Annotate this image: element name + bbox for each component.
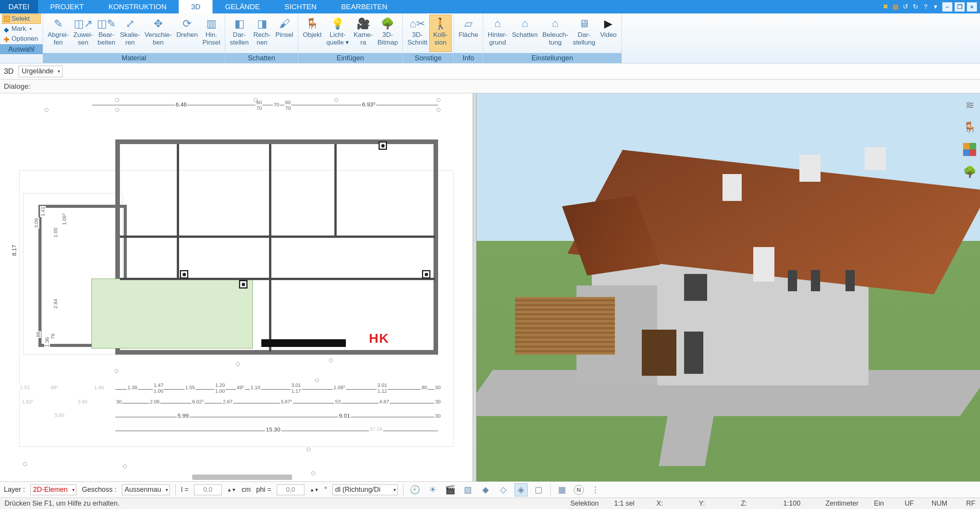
redo-icon[interactable]: ↻ [911,2,920,12]
dim-b2-2: 6.02⁵ [191,399,204,405]
tab-gelaende[interactable]: GELÄNDE [213,0,272,13]
shape1-icon[interactable]: ◆ [480,484,492,496]
phi-input[interactable] [277,484,304,495]
status-num: NUM [932,499,951,508]
undo-icon[interactable]: ↺ [901,2,910,12]
ribbon-group-einstellungen: ⌂Hinter- grund ⌂Schatten ⌂Beleuch- tung … [483,13,622,63]
clock-icon[interactable]: 🕘 [409,484,421,496]
btn-abgreifen[interactable]: ✎Abgrei- fen [45,15,71,51]
status-selektion: Selektion [570,499,599,508]
lighting-icon: ⌂ [547,17,564,30]
optionen-tool[interactable]: ✚Optionen [2,34,40,43]
dim-b1-5: 1.10 [250,385,261,390]
shape4-icon[interactable]: ▢ [533,484,545,496]
btn-skalieren[interactable]: ⤢Skalie- ren [118,15,142,51]
ribbon-group-info: ▱Fläche Info [454,13,483,63]
palette-icon[interactable] [962,142,977,157]
btn-verschieben[interactable]: ✥Verschie- ben [142,15,174,51]
group-label-sonstige: Sonstige [403,53,453,63]
dim-b1-9: 80 [421,385,428,390]
more-icon[interactable]: ⋮ [589,484,601,496]
cam-icon[interactable]: 🎬 [444,484,457,496]
status-ein: Ein [874,499,889,508]
tab-bearbeiten[interactable]: BEARBEITEN [329,0,400,13]
box-icon[interactable]: ▦ [891,2,900,12]
ribbon-group-auswahl: Selekt ◆Mark.▾ ✚Optionen Auswahl [0,13,43,63]
context-bar: 3D Urgelände [0,63,980,80]
btn-3d-bitmap[interactable]: 🌳3D- Bitmap [375,15,400,51]
dim-left-1: 3.09 [33,217,39,229]
dim-b1-1: 1.47 1.00 [153,382,164,394]
shape2-icon[interactable]: ◇ [497,484,510,496]
pane-3d-view[interactable]: ≋ 🪑 🌳 [477,93,980,481]
context-layer-drop[interactable]: Urgelände [18,66,63,77]
pane-splitter[interactable] [473,93,477,481]
btn-schatten-set[interactable]: ⌂Schatten [510,15,540,51]
btn-video[interactable]: ▶Video [598,15,619,51]
titlebar-right: ✖ ▦ ↺ ↻ ？ ▾ – ❐ × [881,0,980,13]
tab-sichten[interactable]: SICHTEN [272,0,329,13]
l-input[interactable] [194,484,222,495]
dup-icon[interactable]: ▧ [462,484,474,496]
status-scale: 1:100 [783,499,810,508]
btn-hin-pinsel[interactable]: ▥Hin. Pinsel [200,15,223,51]
btn-darstellung[interactable]: 🖥Dar- stellung [570,15,598,51]
sun-icon[interactable]: ☀ [427,484,439,496]
furniture-icon[interactable]: 🪑 [962,119,977,135]
btn-lichtquelle[interactable]: 💡Licht- quelle ▾ [324,15,351,51]
dim-left-3: 1.00 [53,227,58,238]
tab-konstruktion[interactable]: KONSTRUKTION [96,0,179,13]
tab-datei[interactable]: DATEI [0,0,38,13]
layers-icon[interactable]: ≋ [962,97,977,113]
group-label-einfuegen: Einfügen [298,53,402,63]
tools-icon[interactable]: ✖ [881,2,890,12]
geschoss-drop[interactable]: Aussenmau [122,484,170,495]
menu-bar: DATEI PROJEKT KONSTRUKTION 3D GELÄNDE SI… [0,0,980,13]
help-icon[interactable]: ？ [921,2,930,12]
shape3-icon[interactable]: ◈ [515,484,527,496]
dim-top-3: 60 70 [284,100,291,111]
btn-3d-schnitt[interactable]: ⌂✂3D- Schnitt [405,15,430,51]
btn-flaeche[interactable]: ▱Fläche [456,15,480,51]
dl-drop[interactable]: dl (Richtung/Di [332,484,398,495]
terrain-tree-icon[interactable]: 🌳 [962,164,977,179]
status-x: X: [656,499,683,508]
status-rf: RF [966,499,975,508]
btn-kollision[interactable]: 🚶Kolli- sion [430,15,451,51]
grid-icon[interactable]: ▦ [556,484,568,496]
btn-hintergrund[interactable]: ⌂Hinter- grund [485,15,510,51]
display-icon: 🖥 [576,17,593,30]
btn-bearbeiten[interactable]: ◫✎Bear- beiten [95,15,118,51]
status-z: Z: [741,499,768,508]
pane-2d-plan[interactable]: HK 6.46 60 70 70 60 70 6.93⁵ 8.17 3.09 1… [0,93,473,481]
btn-drehen[interactable]: ⟳Drehen [174,15,200,51]
plan-h-scrollbar[interactable] [192,474,292,480]
btn-beleuchtung[interactable]: ⌂Beleuch- tung [540,15,570,51]
close-button[interactable]: × [967,2,977,12]
tab-projekt[interactable]: PROJEKT [38,0,96,13]
minimize-button[interactable]: – [942,2,952,12]
layer-drop[interactable]: 2D-Elemen [30,484,76,495]
dim-f-3: 5.00 [54,412,65,418]
move-icon: ✥ [150,17,167,30]
scale-icon: ⤢ [121,17,138,30]
ribbon: Selekt ◆Mark.▾ ✚Optionen Auswahl ✎Abgrei… [0,13,980,63]
select-tool[interactable]: Selekt [2,14,40,23]
dim-f-2: 3.60 [77,399,88,405]
status-unit: Zentimeter [826,499,859,508]
edit-icon: ◫✎ [98,17,115,30]
tab-3d[interactable]: 3D [179,0,213,13]
btn-objekt[interactable]: 🪑Objekt [301,15,324,51]
dim-f-1: 1.49 [93,385,105,390]
btn-kamera[interactable]: 🎥Kame- ra [351,15,375,51]
mark-tool[interactable]: ◆Mark.▾ [2,24,40,33]
north-icon[interactable]: N [574,485,584,495]
restore-button[interactable]: ❐ [955,2,965,12]
btn-darstellen[interactable]: ◧Dar- stellen [228,15,251,51]
btn-rechnen[interactable]: ◨Rech- nen [251,15,273,51]
status-bar: Drücken Sie F1, um Hilfe zu erhalten. Se… [0,498,980,509]
btn-pinsel[interactable]: 🖌Pinsel [273,15,296,51]
btn-zuweisen[interactable]: ◫↗Zuwei- sen [71,15,95,51]
dim-b1-7: 1.08⁵ [333,385,346,390]
dropdown-icon[interactable]: ▾ [931,2,940,12]
